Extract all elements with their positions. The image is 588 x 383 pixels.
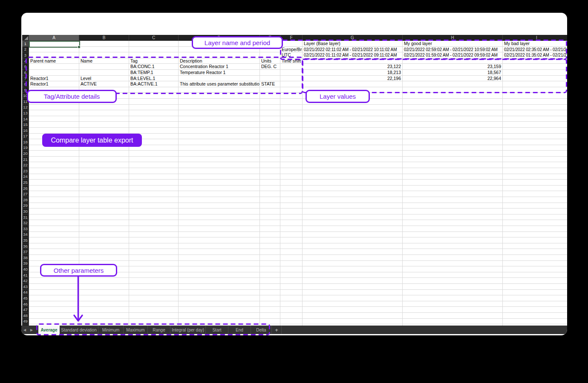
cell-H48[interactable] xyxy=(403,313,503,319)
cell-E36[interactable] xyxy=(260,243,280,249)
cell-A47[interactable] xyxy=(29,307,79,313)
cell-D12[interactable] xyxy=(179,105,260,111)
row-header-1[interactable]: 1 xyxy=(22,41,29,47)
cell-I30[interactable] xyxy=(503,209,567,214)
cell-E7[interactable] xyxy=(260,76,280,82)
cell-B48[interactable] xyxy=(79,313,129,319)
cell-F15[interactable] xyxy=(280,122,303,128)
cell-F28[interactable] xyxy=(280,197,303,203)
cell-I13[interactable] xyxy=(503,110,567,116)
cell-H42[interactable] xyxy=(403,278,503,284)
row-header-35[interactable]: 35 xyxy=(22,237,29,243)
cell-H45[interactable] xyxy=(403,295,503,301)
cell-B28[interactable] xyxy=(79,197,129,203)
cell-G34[interactable] xyxy=(303,232,403,238)
cell-E3[interactable] xyxy=(260,52,280,58)
cell-G22[interactable] xyxy=(303,162,403,168)
cell-E4[interactable]: Units xyxy=(260,58,280,64)
column-header-A[interactable]: A xyxy=(29,35,79,41)
cell-B1[interactable] xyxy=(79,41,129,47)
cell-H49[interactable] xyxy=(403,319,503,325)
cell-G12[interactable] xyxy=(303,105,403,111)
row-header-48[interactable]: 48 xyxy=(22,313,29,319)
cell-G35[interactable] xyxy=(303,237,403,243)
cell-F45[interactable] xyxy=(280,295,303,301)
row-header-26[interactable]: 26 xyxy=(22,186,29,192)
cell-C49[interactable] xyxy=(129,319,179,325)
cell-I23[interactable] xyxy=(503,168,567,174)
row-header-18[interactable]: 18 xyxy=(22,139,29,145)
cell-C15[interactable] xyxy=(129,122,179,128)
sheet-tab-standard-deviation[interactable]: Standard deviation xyxy=(60,326,98,334)
cell-I14[interactable] xyxy=(503,116,567,122)
cell-I17[interactable] xyxy=(503,134,567,140)
cell-H6[interactable]: 18,567 xyxy=(403,70,503,76)
cell-E34[interactable] xyxy=(260,232,280,238)
row-header-15[interactable]: 15 xyxy=(22,122,29,128)
cell-C12[interactable] xyxy=(129,105,179,111)
cell-I49[interactable] xyxy=(503,319,567,325)
cell-H25[interactable] xyxy=(403,180,503,186)
cell-I19[interactable] xyxy=(503,145,567,151)
cell-F7[interactable] xyxy=(280,76,303,82)
row-header-12[interactable]: 12 xyxy=(22,105,29,111)
row-header-3[interactable]: 3 xyxy=(22,52,29,58)
cell-B38[interactable] xyxy=(79,255,129,261)
cell-I18[interactable] xyxy=(503,139,567,145)
cell-B47[interactable] xyxy=(79,307,129,313)
cell-H21[interactable] xyxy=(403,157,503,163)
cell-E44[interactable] xyxy=(260,290,280,296)
cell-E16[interactable] xyxy=(260,128,280,134)
cell-I32[interactable] xyxy=(503,220,567,226)
cell-B14[interactable] xyxy=(79,116,129,122)
cell-G18[interactable] xyxy=(303,139,403,145)
row-header-40[interactable]: 40 xyxy=(22,266,29,272)
cell-E14[interactable] xyxy=(260,116,280,122)
row-header-2[interactable]: 2 xyxy=(22,47,29,53)
cell-E49[interactable] xyxy=(260,319,280,325)
cell-I10[interactable] xyxy=(503,93,567,99)
cell-A43[interactable] xyxy=(29,284,79,290)
cell-D22[interactable] xyxy=(179,162,260,168)
cell-D14[interactable] xyxy=(179,116,260,122)
cell-H47[interactable] xyxy=(403,307,503,313)
cell-G31[interactable] xyxy=(303,214,403,220)
cell-H12[interactable] xyxy=(403,105,503,111)
cell-I9[interactable] xyxy=(503,87,567,93)
cell-G7[interactable]: 22,196 xyxy=(303,76,403,82)
cell-C2[interactable] xyxy=(129,47,179,53)
cell-B32[interactable] xyxy=(79,220,129,226)
cell-A27[interactable] xyxy=(29,191,79,197)
cell-F44[interactable] xyxy=(280,290,303,296)
cell-C42[interactable] xyxy=(129,278,179,284)
row-header-24[interactable]: 24 xyxy=(22,174,29,180)
cell-H3[interactable]: 02/21/2022 01:59:02 AM - 02/21/2022 09:5… xyxy=(403,52,503,58)
row-header-49[interactable]: 49 xyxy=(22,319,29,325)
cell-C47[interactable] xyxy=(129,307,179,313)
cell-D4[interactable]: Description xyxy=(179,58,260,64)
cell-F46[interactable] xyxy=(280,301,303,307)
cell-E43[interactable] xyxy=(260,284,280,290)
cell-F48[interactable] xyxy=(280,313,303,319)
cell-C27[interactable] xyxy=(129,191,179,197)
cell-F29[interactable] xyxy=(280,203,303,209)
cell-F23[interactable] xyxy=(280,168,303,174)
cell-D13[interactable] xyxy=(179,110,260,116)
cell-A25[interactable] xyxy=(29,180,79,186)
cell-H30[interactable] xyxy=(403,209,503,214)
cell-F21[interactable] xyxy=(280,157,303,163)
cell-F31[interactable] xyxy=(280,214,303,220)
cell-B7[interactable]: Level xyxy=(79,76,129,82)
cell-D25[interactable] xyxy=(179,180,260,186)
cell-C14[interactable] xyxy=(129,116,179,122)
cell-D46[interactable] xyxy=(179,301,260,307)
cell-H41[interactable] xyxy=(403,272,503,278)
cell-G6[interactable]: 18,213 xyxy=(303,70,403,76)
cell-D15[interactable] xyxy=(179,122,260,128)
cell-B5[interactable] xyxy=(79,64,129,70)
cell-I38[interactable] xyxy=(503,255,567,261)
cell-C25[interactable] xyxy=(129,180,179,186)
cell-I39[interactable] xyxy=(503,261,567,267)
cell-B49[interactable] xyxy=(79,319,129,325)
cell-C4[interactable]: Tag xyxy=(129,58,179,64)
